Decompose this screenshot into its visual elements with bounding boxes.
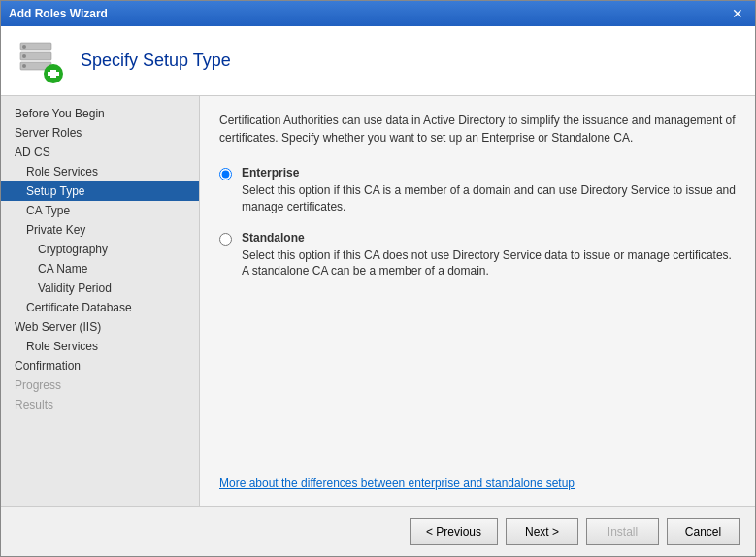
sidebar-item-11[interactable]: Web Server (IIS) [1, 317, 199, 337]
sidebar-item-5[interactable]: CA Type [1, 201, 199, 220]
svg-point-3 [22, 45, 26, 49]
sidebar-item-14: Progress [1, 376, 199, 395]
content-area: Before You BeginServer RolesAD CSRole Se… [1, 96, 755, 506]
link-area: More about the differences between enter… [219, 466, 736, 490]
footer: < Previous Next > Install Cancel [1, 506, 755, 556]
standalone-radio[interactable] [219, 233, 232, 246]
next-button[interactable]: Next > [506, 518, 578, 545]
main-content: Certification Authorities can use data i… [200, 96, 755, 506]
option-group: Enterprise Select this option if this CA… [219, 166, 736, 466]
previous-button[interactable]: < Previous [410, 518, 498, 545]
sidebar-item-2[interactable]: AD CS [1, 143, 199, 162]
window: Add Roles Wizard ✕ Specify Setup Type [0, 0, 756, 557]
sidebar-item-8[interactable]: CA Name [1, 259, 199, 278]
enterprise-label: Enterprise [242, 166, 736, 180]
description-text: Certification Authorities can use data i… [219, 112, 736, 147]
sidebar-item-10[interactable]: Certificate Database [1, 298, 199, 317]
standalone-label: Standalone [242, 231, 736, 245]
sidebar-item-12[interactable]: Role Services [1, 337, 199, 356]
sidebar-item-3[interactable]: Role Services [1, 162, 199, 181]
sidebar-item-4[interactable]: Setup Type [1, 181, 199, 201]
sidebar: Before You BeginServer RolesAD CSRole Se… [1, 96, 200, 506]
close-button[interactable]: ✕ [728, 5, 747, 22]
title-bar: Add Roles Wizard ✕ [1, 1, 755, 26]
svg-point-4 [22, 54, 26, 58]
install-button[interactable]: Install [586, 518, 659, 545]
window-title: Add Roles Wizard [9, 7, 108, 20]
enterprise-desc: Select this option if this CA is a membe… [242, 182, 736, 215]
sidebar-item-6[interactable]: Private Key [1, 220, 199, 240]
more-info-link[interactable]: More about the differences between enter… [219, 476, 575, 490]
enterprise-radio[interactable] [219, 168, 232, 180]
wizard-icon [16, 37, 65, 85]
sidebar-item-1[interactable]: Server Roles [1, 123, 199, 143]
sidebar-item-15: Results [1, 395, 199, 414]
page-title: Specify Setup Type [81, 50, 231, 71]
standalone-desc: Select this option if this CA does not u… [242, 247, 736, 280]
header-area: Specify Setup Type [1, 26, 755, 96]
option-standalone: Standalone Select this option if this CA… [219, 231, 736, 280]
sidebar-item-7[interactable]: Cryptography [1, 240, 199, 259]
svg-point-5 [22, 64, 26, 68]
sidebar-item-13[interactable]: Confirmation [1, 356, 199, 376]
svg-rect-8 [48, 72, 59, 76]
sidebar-item-0[interactable]: Before You Begin [1, 104, 199, 123]
sidebar-item-9[interactable]: Validity Period [1, 278, 199, 298]
option-enterprise: Enterprise Select this option if this CA… [219, 166, 736, 215]
cancel-button[interactable]: Cancel [667, 518, 740, 545]
